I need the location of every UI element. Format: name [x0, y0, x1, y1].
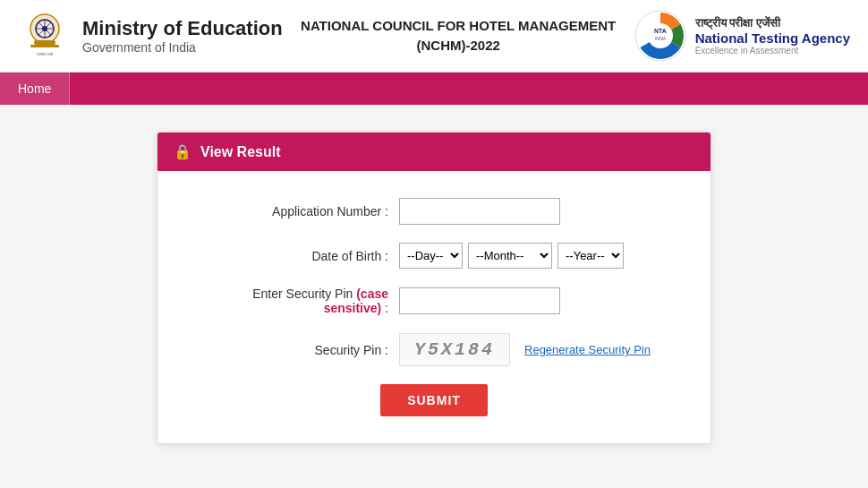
submit-row: SUBMIT: [193, 384, 675, 416]
application-number-input[interactable]: [399, 198, 560, 225]
svg-text:सत्यमेव जयते: सत्यमेव जयते: [36, 52, 54, 56]
lock-icon: 🔒: [174, 143, 191, 160]
security-pin-image: Y5X184: [399, 333, 510, 366]
dob-day-select[interactable]: --Day--123456789101112131415161718192021…: [399, 243, 463, 269]
ministry-name: Ministry of Education: [82, 17, 283, 40]
dob-label: Date of Birth :: [193, 249, 399, 263]
site-header: सत्यमेव जयते Ministry of Education Gover…: [0, 0, 868, 73]
dob-year-select[interactable]: --Year--20052004200320022001200019991998…: [557, 243, 624, 269]
nta-branding: NTA INDIA राष्ट्रीय परीक्षा एजेंसी Natio…: [634, 10, 850, 62]
dob-selects: --Day--123456789101112131415161718192021…: [399, 243, 624, 269]
application-number-label: Application Number :: [193, 204, 399, 218]
svg-text:INDIA: INDIA: [655, 37, 666, 41]
card-header: 🔒 View Result: [157, 133, 711, 171]
main-content: 🔒 View Result Application Number : Date …: [0, 105, 868, 471]
security-pin-input-label: Enter Security Pin (case sensitive) :: [193, 287, 399, 315]
government-name: Government of India: [82, 40, 283, 55]
svg-rect-7: [34, 40, 55, 45]
card-title: View Result: [200, 144, 281, 160]
nta-tagline: Excellence in Assessment: [695, 46, 850, 56]
nta-text-block: राष्ट्रीय परीक्षा एजेंसी National Testin…: [695, 16, 850, 56]
svg-rect-8: [30, 45, 59, 47]
ministry-branding: सत्यमेव जयते Ministry of Education Gover…: [18, 9, 283, 63]
view-result-card: 🔒 View Result Application Number : Date …: [157, 132, 711, 444]
security-pin-display: Y5X184 Regenerate Security Pin: [399, 333, 651, 366]
nta-english-name: National Testing Agency: [695, 30, 850, 46]
exam-title: NATIONAL COUNCIL FOR HOTEL MANAGEMENT (N…: [301, 16, 616, 56]
exam-title-line1: NATIONAL COUNCIL FOR HOTEL MANAGEMENT: [301, 16, 616, 37]
card-body: Application Number : Date of Birth : --D…: [157, 171, 711, 443]
nav-home[interactable]: Home: [0, 73, 70, 105]
dob-month-select[interactable]: --Month--JanuaryFebruaryMarchAprilMayJun…: [468, 243, 552, 269]
regenerate-link[interactable]: Regenerate Security Pin: [524, 343, 651, 356]
ministry-text: Ministry of Education Government of Indi…: [82, 17, 283, 55]
security-pin-display-label: Security Pin :: [193, 343, 399, 357]
india-emblem-icon: सत्यमेव जयते: [18, 9, 72, 63]
security-pin-display-row: Security Pin : Y5X184 Regenerate Securit…: [193, 333, 675, 366]
nta-logo-icon: NTA INDIA: [634, 10, 686, 62]
submit-button[interactable]: SUBMIT: [380, 384, 488, 416]
main-navbar: Home: [0, 73, 868, 105]
dob-row: Date of Birth : --Day--12345678910111213…: [193, 243, 675, 269]
security-pin-input[interactable]: [399, 287, 560, 314]
svg-text:NTA: NTA: [654, 28, 667, 34]
nta-hindi-name: राष्ट्रीय परीक्षा एजेंसी: [695, 16, 850, 30]
exam-title-line2: (NCHM)-2022: [301, 36, 616, 56]
application-number-row: Application Number :: [193, 198, 675, 225]
security-pin-input-row: Enter Security Pin (case sensitive) :: [193, 287, 675, 315]
